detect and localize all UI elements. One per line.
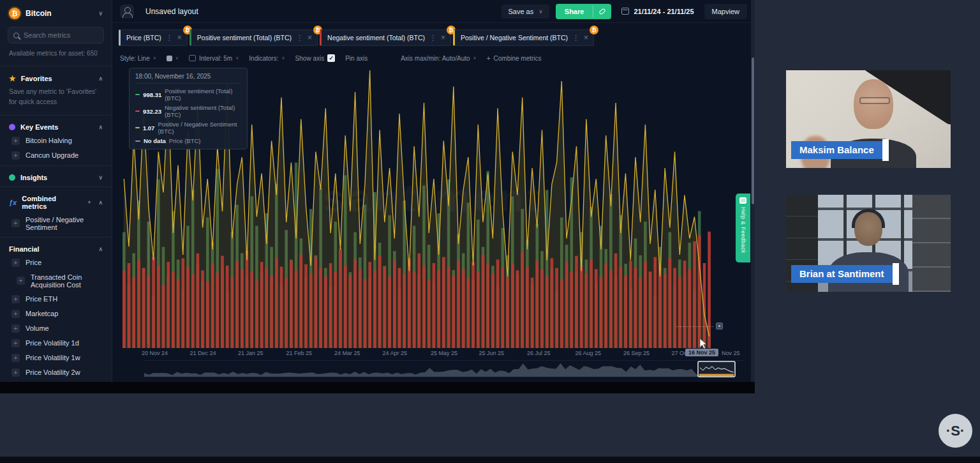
tooltip-value: 932.23	[143, 108, 161, 115]
bookshelf-right	[912, 195, 951, 292]
series-dash-icon	[135, 110, 140, 112]
tab-pos-neg-sentiment[interactable]: Positive / Negative Sentiment (BTC) ⋮ × …	[453, 29, 594, 46]
interval-icon	[189, 55, 196, 61]
item-label: Transacted Coin Acquisition Cost	[31, 273, 103, 289]
copy-link-button[interactable]	[593, 6, 611, 17]
name-tag: Brian at Santiment	[791, 265, 899, 283]
tooltip-value: 998.31	[143, 91, 161, 98]
date-range-picker[interactable]: 21/11/24 - 21/11/25	[618, 8, 697, 15]
series-dash-icon	[135, 127, 140, 128]
tooltip-label: Negative sentiment (Total) (BTC)	[165, 104, 241, 118]
tab-options-icon[interactable]: ⋮	[572, 34, 579, 42]
tooltip-row: 1.07 Positive / Negative Sentiment (BTC)	[135, 118, 241, 135]
financial-title: Financial	[9, 245, 40, 253]
plus-icon: +	[17, 277, 25, 285]
name-tag-accent	[882, 139, 889, 161]
pin-axis-label: Pin axis	[345, 55, 368, 62]
tab-close-icon[interactable]: ×	[441, 33, 445, 42]
x-axis-label: 20 Nov 24	[142, 350, 168, 356]
tab-options-icon[interactable]: ⋮	[296, 34, 303, 42]
divider	[0, 186, 112, 187]
plus-icon: +	[11, 219, 20, 227]
combine-metrics-label: Combine metrics	[494, 55, 542, 62]
style-selector[interactable]: Style: Line ∨	[120, 55, 156, 62]
tooltip-row: No data Price (BTC)	[135, 135, 241, 144]
help-feedback-tab[interactable]: Help & Feedback	[736, 194, 750, 262]
chart-toolbar: Style: Line ∨ ∨ Interval: 5m ∨ Indicator…	[112, 49, 755, 64]
plus-icon: +	[11, 339, 20, 347]
section-insights[interactable]: Insights ∨	[0, 169, 112, 184]
color-chip-icon	[167, 56, 172, 61]
x-axis-label: 21 Feb 25	[286, 350, 313, 356]
section-combined-metrics[interactable]: ƒx Combined metrics + ∧	[0, 190, 112, 213]
line-color-selector[interactable]: ∨	[167, 56, 179, 61]
app-bottom-bar	[0, 382, 755, 393]
bitcoin-icon: ₿	[9, 8, 20, 19]
tab-close-icon[interactable]: ×	[584, 33, 588, 42]
section-financial[interactable]: Financial ∧	[0, 240, 112, 255]
sidebar-item-marketcap[interactable]: + Marketcap	[0, 307, 112, 321]
section-key-events[interactable]: Key Events ∧	[0, 118, 112, 133]
tab-label: Positive sentiment (Total) (BTC)	[197, 34, 292, 42]
item-label: Bitcoin Halving	[26, 137, 72, 144]
search-metrics-box[interactable]	[8, 27, 104, 43]
scrollbar[interactable]	[751, 0, 755, 382]
chart-area[interactable]: santiment 18:00, November 16, 2025 998.3…	[112, 64, 755, 382]
metric-tabs: Price (BTC) ⋮ × ₿ Positive sentiment (To…	[112, 23, 755, 49]
sidebar-item-price[interactable]: + Price	[0, 255, 112, 270]
series-dash-icon	[135, 94, 140, 95]
tab-positive-sentiment[interactable]: Positive sentiment (Total) (BTC) ⋮ × ₿	[189, 29, 318, 46]
chevron-down-icon: ∨	[538, 8, 543, 15]
sidebar-item-transacted-coin-acquisition-cost[interactable]: + Transacted Coin Acquisition Cost	[0, 270, 112, 292]
crosshair-marker	[716, 323, 723, 330]
asset-selector[interactable]: ₿ Bitcoin ∨	[0, 0, 112, 24]
help-feedback-label: Help & Feedback	[740, 207, 746, 254]
sidebar-item-price-volatility-2w[interactable]: + Price Volatility 2w	[0, 365, 112, 380]
section-favorites[interactable]: ★ Favorites ∧	[0, 69, 112, 86]
sidebar-item-price-volatility-1w[interactable]: + Price Volatility 1w	[0, 351, 112, 365]
item-label: Cancun Upgrade	[26, 151, 78, 159]
plus-icon: +	[11, 137, 20, 145]
sidebar-item-volume[interactable]: + Volume	[0, 321, 112, 336]
chevron-down-icon: ∨	[153, 56, 156, 61]
combine-metrics-button[interactable]: + Combine metrics	[487, 55, 542, 62]
tab-options-icon[interactable]: ⋮	[166, 34, 173, 42]
tab-label: Price (BTC)	[126, 34, 161, 42]
mapview-button[interactable]: Mapview	[704, 4, 747, 19]
interval-selector[interactable]: Interval: 5m ∨	[189, 55, 239, 62]
user-icon[interactable]	[120, 4, 134, 19]
tab-negative-sentiment[interactable]: Negative sentiment (Total) (BTC) ⋮ × ₿	[320, 29, 451, 46]
sidebar-item-bitcoin-halving[interactable]: + Bitcoin Halving	[0, 133, 112, 148]
axis-maxmin-selector[interactable]: Axis max/min: Auto/Auto ∨	[401, 55, 477, 62]
share-button[interactable]: Share	[556, 4, 612, 19]
item-label: Volume	[26, 324, 49, 332]
tab-close-icon[interactable]: ×	[177, 33, 182, 42]
webcam-tile-brian: Brian at Santiment	[786, 195, 951, 292]
tab-close-icon[interactable]: ×	[308, 33, 312, 42]
plus-icon[interactable]: +	[87, 199, 91, 206]
sidebar-item-pos-neg-sentiment[interactable]: + Positive / Negative Sentiment	[0, 213, 112, 234]
interval-label: Interval: 5m	[199, 55, 232, 62]
search-input[interactable]	[24, 31, 100, 39]
item-label: Positive / Negative Sentiment	[26, 216, 103, 231]
chevron-up-icon: ∧	[98, 199, 103, 206]
sidebar-item-cancun-upgrade[interactable]: + Cancun Upgrade	[0, 148, 112, 163]
chart-minimap[interactable]	[144, 360, 744, 379]
sidebar-item-price-volatility-1d[interactable]: + Price Volatility 1d	[0, 336, 112, 351]
sidebar-item-price-eth[interactable]: + Price ETH	[0, 292, 112, 307]
layout-header: Unsaved layout Save as ∨ Share 21/11/24 …	[112, 0, 755, 23]
indicators-selector[interactable]: Indicators: ∨	[249, 55, 285, 62]
show-axis-toggle[interactable]: Show axis ✓	[295, 54, 336, 62]
sanbase-app: ₿ Bitcoin ∨ Available metrics for asset:…	[0, 0, 755, 393]
tab-price-btc[interactable]: Price (BTC) ⋮ × ₿	[119, 29, 188, 46]
chevron-down-icon: ∨	[98, 174, 103, 181]
save-as-button[interactable]: Save as ∨	[501, 4, 549, 19]
checkbox-checked-icon[interactable]: ✓	[327, 54, 335, 62]
crosshair-date-badge: 16 Nov 25	[685, 349, 718, 356]
pin-axis-toggle[interactable]: Pin axis	[345, 55, 368, 62]
scrollbar-thumb[interactable]	[752, 57, 754, 204]
tooltip-value: 1.07	[143, 125, 155, 132]
tab-options-icon[interactable]: ⋮	[429, 34, 436, 42]
insights-icon	[9, 174, 15, 181]
item-label: Marketcap	[26, 310, 58, 317]
